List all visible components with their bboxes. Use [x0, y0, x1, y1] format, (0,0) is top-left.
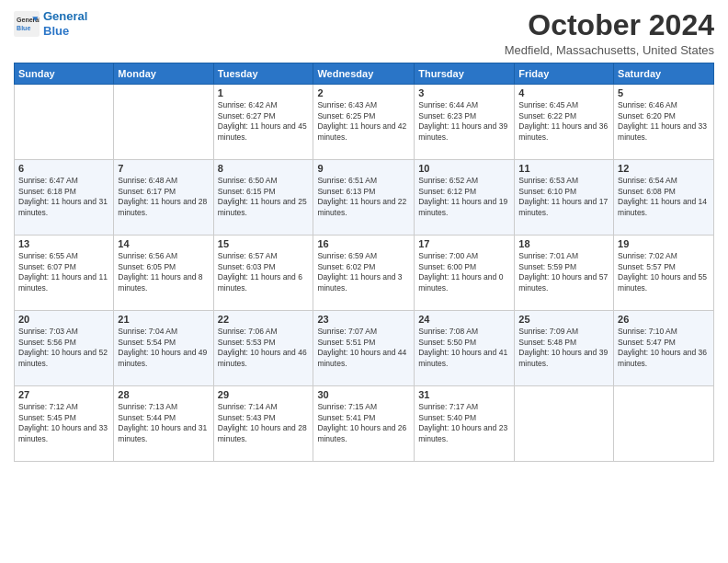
cell-info: Sunrise: 6:51 AMSunset: 6:13 PMDaylight:…: [317, 176, 410, 218]
calendar-table: SundayMondayTuesdayWednesdayThursdayFrid…: [14, 63, 714, 462]
cell-info: Sunrise: 6:50 AMSunset: 6:15 PMDaylight:…: [218, 176, 310, 218]
calendar-cell: 19 Sunrise: 7:02 AMSunset: 5:57 PMDaylig…: [614, 236, 714, 311]
day-number: 29: [218, 389, 310, 400]
logo-icon: General Blue: [14, 11, 40, 37]
weekday-friday: Friday: [515, 63, 614, 85]
week-row-5: 27 Sunrise: 7:12 AMSunset: 5:45 PMDaylig…: [15, 386, 714, 462]
cell-info: Sunrise: 7:14 AMSunset: 5:43 PMDaylight:…: [218, 402, 310, 444]
week-row-3: 13 Sunrise: 6:55 AMSunset: 6:07 PMDaylig…: [15, 236, 714, 311]
week-row-4: 20 Sunrise: 7:03 AMSunset: 5:56 PMDaylig…: [15, 311, 714, 386]
day-number: 27: [18, 389, 109, 400]
cell-info: Sunrise: 6:53 AMSunset: 6:10 PMDaylight:…: [518, 176, 609, 218]
cell-info: Sunrise: 7:03 AMSunset: 5:56 PMDaylight:…: [18, 327, 109, 369]
week-row-2: 6 Sunrise: 6:47 AMSunset: 6:18 PMDayligh…: [15, 160, 714, 236]
day-number: 30: [317, 389, 410, 400]
location-title: Medfield, Massachusetts, United States: [505, 43, 714, 57]
day-number: 23: [317, 314, 410, 325]
cell-info: Sunrise: 7:08 AMSunset: 5:50 PMDaylight:…: [418, 327, 510, 369]
day-number: 24: [418, 314, 510, 325]
cell-info: Sunrise: 6:48 AMSunset: 6:17 PMDaylight:…: [118, 176, 209, 218]
day-number: 5: [618, 87, 710, 98]
day-number: 3: [418, 87, 510, 98]
calendar-cell: 17 Sunrise: 7:00 AMSunset: 6:00 PMDaylig…: [415, 236, 515, 311]
cell-info: Sunrise: 6:46 AMSunset: 6:20 PMDaylight:…: [618, 100, 710, 143]
day-number: 4: [518, 87, 609, 98]
day-number: 11: [518, 163, 609, 174]
calendar-cell: [15, 85, 114, 160]
cell-info: Sunrise: 7:15 AMSunset: 5:41 PMDaylight:…: [317, 402, 410, 444]
week-row-1: 1 Sunrise: 6:42 AMSunset: 6:27 PMDayligh…: [15, 85, 714, 160]
cell-info: Sunrise: 7:17 AMSunset: 5:40 PMDaylight:…: [418, 402, 510, 444]
cell-info: Sunrise: 7:12 AMSunset: 5:45 PMDaylight:…: [18, 402, 109, 444]
day-number: 16: [317, 238, 410, 249]
month-title: October 2024: [505, 9, 714, 41]
weekday-monday: Monday: [114, 63, 213, 85]
calendar-cell: 25 Sunrise: 7:09 AMSunset: 5:48 PMDaylig…: [515, 311, 614, 386]
day-number: 22: [218, 314, 310, 325]
cell-info: Sunrise: 6:59 AMSunset: 6:02 PMDaylight:…: [317, 251, 410, 293]
calendar-cell: 31 Sunrise: 7:17 AMSunset: 5:40 PMDaylig…: [415, 386, 515, 462]
calendar-cell: 10 Sunrise: 6:52 AMSunset: 6:12 PMDaylig…: [415, 160, 515, 236]
cell-info: Sunrise: 6:55 AMSunset: 6:07 PMDaylight:…: [18, 251, 109, 293]
calendar-cell: 30 Sunrise: 7:15 AMSunset: 5:41 PMDaylig…: [313, 386, 415, 462]
weekday-saturday: Saturday: [614, 63, 714, 85]
calendar-cell: [614, 386, 714, 462]
day-number: 28: [118, 389, 209, 400]
calendar-cell: 5 Sunrise: 6:46 AMSunset: 6:20 PMDayligh…: [614, 85, 714, 160]
calendar-cell: [515, 386, 614, 462]
day-number: 1: [218, 87, 310, 98]
cell-info: Sunrise: 7:07 AMSunset: 5:51 PMDaylight:…: [317, 327, 410, 369]
day-number: 25: [518, 314, 609, 325]
cell-info: Sunrise: 7:13 AMSunset: 5:44 PMDaylight:…: [118, 402, 209, 444]
cell-info: Sunrise: 7:01 AMSunset: 5:59 PMDaylight:…: [518, 251, 609, 293]
cell-info: Sunrise: 6:45 AMSunset: 6:22 PMDaylight:…: [518, 100, 609, 143]
day-number: 17: [418, 238, 510, 249]
day-number: 31: [418, 389, 510, 400]
calendar-cell: 2 Sunrise: 6:43 AMSunset: 6:25 PMDayligh…: [313, 85, 415, 160]
calendar-cell: 6 Sunrise: 6:47 AMSunset: 6:18 PMDayligh…: [15, 160, 114, 236]
logo-text: General Blue: [43, 9, 87, 38]
calendar-cell: 16 Sunrise: 6:59 AMSunset: 6:02 PMDaylig…: [313, 236, 415, 311]
cell-info: Sunrise: 6:47 AMSunset: 6:18 PMDaylight:…: [18, 176, 109, 218]
weekday-tuesday: Tuesday: [213, 63, 313, 85]
day-number: 13: [18, 238, 109, 249]
logo-line2: Blue: [43, 24, 69, 38]
calendar-cell: 24 Sunrise: 7:08 AMSunset: 5:50 PMDaylig…: [415, 311, 515, 386]
day-number: 14: [118, 238, 209, 249]
calendar-cell: 27 Sunrise: 7:12 AMSunset: 5:45 PMDaylig…: [15, 386, 114, 462]
calendar-cell: 20 Sunrise: 7:03 AMSunset: 5:56 PMDaylig…: [15, 311, 114, 386]
calendar-cell: 12 Sunrise: 6:54 AMSunset: 6:08 PMDaylig…: [614, 160, 714, 236]
day-number: 26: [618, 314, 710, 325]
calendar-cell: 11 Sunrise: 6:53 AMSunset: 6:10 PMDaylig…: [515, 160, 614, 236]
day-number: 15: [218, 238, 310, 249]
calendar-cell: 23 Sunrise: 7:07 AMSunset: 5:51 PMDaylig…: [313, 311, 415, 386]
day-number: 21: [118, 314, 209, 325]
weekday-thursday: Thursday: [415, 63, 515, 85]
calendar-cell: 8 Sunrise: 6:50 AMSunset: 6:15 PMDayligh…: [213, 160, 313, 236]
day-number: 20: [18, 314, 109, 325]
day-number: 6: [18, 163, 109, 174]
logo-line1: General: [43, 9, 87, 23]
cell-info: Sunrise: 7:02 AMSunset: 5:57 PMDaylight:…: [618, 251, 710, 293]
day-number: 19: [618, 238, 710, 249]
title-block: October 2024 Medfield, Massachusetts, Un…: [505, 9, 714, 57]
logo: General Blue General Blue: [14, 9, 87, 38]
day-number: 8: [218, 163, 310, 174]
cell-info: Sunrise: 6:44 AMSunset: 6:23 PMDaylight:…: [418, 100, 510, 143]
calendar-cell: [114, 85, 213, 160]
calendar-cell: 3 Sunrise: 6:44 AMSunset: 6:23 PMDayligh…: [415, 85, 515, 160]
svg-text:Blue: Blue: [17, 25, 30, 31]
calendar-cell: 28 Sunrise: 7:13 AMSunset: 5:44 PMDaylig…: [114, 386, 213, 462]
weekday-header-row: SundayMondayTuesdayWednesdayThursdayFrid…: [15, 63, 714, 85]
day-number: 7: [118, 163, 209, 174]
calendar-cell: 13 Sunrise: 6:55 AMSunset: 6:07 PMDaylig…: [15, 236, 114, 311]
weekday-sunday: Sunday: [15, 63, 114, 85]
cell-info: Sunrise: 6:52 AMSunset: 6:12 PMDaylight:…: [418, 176, 510, 218]
cell-info: Sunrise: 7:00 AMSunset: 6:00 PMDaylight:…: [418, 251, 510, 293]
calendar-cell: 22 Sunrise: 7:06 AMSunset: 5:53 PMDaylig…: [213, 311, 313, 386]
cell-info: Sunrise: 6:56 AMSunset: 6:05 PMDaylight:…: [118, 251, 209, 293]
cell-info: Sunrise: 7:09 AMSunset: 5:48 PMDaylight:…: [518, 327, 609, 369]
weekday-wednesday: Wednesday: [313, 63, 415, 85]
calendar-cell: 21 Sunrise: 7:04 AMSunset: 5:54 PMDaylig…: [114, 311, 213, 386]
cell-info: Sunrise: 7:06 AMSunset: 5:53 PMDaylight:…: [218, 327, 310, 369]
